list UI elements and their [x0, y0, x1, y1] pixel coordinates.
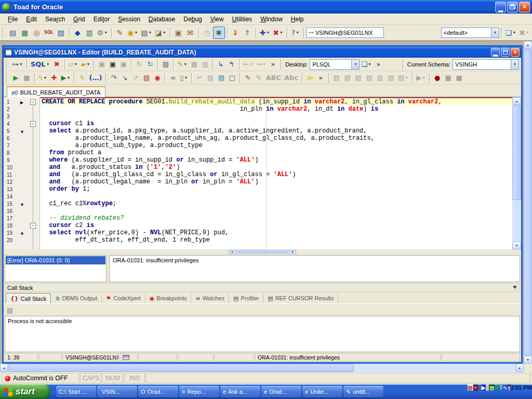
step-over-icon[interactable]: ↷	[108, 72, 119, 84]
email-icon[interactable]: ✉	[184, 26, 196, 39]
sql-recall-icon[interactable]: SQL▼	[29, 59, 51, 70]
task-button-2[interactable]: VSIN...	[97, 386, 137, 397]
dropdown-caret-icon[interactable]: ▼	[422, 76, 425, 79]
dock-tab-watches[interactable]: ∞Watches	[191, 293, 229, 303]
project-manager-icon[interactable]: ▧	[55, 26, 67, 39]
menu-editor[interactable]: Editor	[90, 15, 113, 24]
parameters-icon[interactable]: (…)	[87, 72, 103, 84]
flush-cache-icon[interactable]: ◪▼	[154, 26, 168, 39]
options-icon[interactable]: ⚙▼	[96, 26, 110, 39]
scroll-up-icon[interactable]: ▲	[512, 97, 521, 105]
desktop-save-icon[interactable]: ❏▼	[360, 59, 373, 70]
tray-remote-icon[interactable]: ▦	[468, 384, 473, 391]
help-icon[interactable]: ?▼	[289, 26, 301, 39]
menu-search[interactable]: Search	[42, 15, 69, 24]
dropdown-caret-icon[interactable]: ▼	[74, 62, 78, 66]
team-coding-icon[interactable]: ◆	[72, 26, 84, 39]
dropdown-caret-icon[interactable]: ▼	[19, 62, 23, 66]
team-undo-icon[interactable]: ▤	[342, 72, 353, 84]
stack-grid-icon[interactable]: ▦	[5, 305, 15, 315]
fold-collapse-icon[interactable]: −	[30, 223, 36, 229]
tray-display-icon[interactable]: ▦	[489, 384, 494, 391]
scroll-down-icon[interactable]: ▼	[512, 242, 521, 249]
copy-icon[interactable]: ▤	[205, 72, 216, 84]
editor-scrollbar[interactable]: ▲ ▼	[512, 97, 521, 249]
scroll-down-icon[interactable]: ▼	[524, 356, 532, 364]
dropdown-caret-icon[interactable]: ▼	[280, 31, 283, 34]
compile-debug-icon[interactable]: ✚	[49, 72, 60, 84]
cascade-windows-icon[interactable]: ❏▼	[504, 26, 518, 39]
child-close-button[interactable]: ×	[511, 48, 520, 57]
watch-icon[interactable]: ∞	[167, 72, 178, 84]
print-icon[interactable]: ▤	[160, 59, 171, 70]
sql-tracker-icon[interactable]: SQL	[43, 26, 55, 39]
dropdown-caret-icon[interactable]: ▼	[405, 76, 408, 79]
script-manager-icon[interactable]: ▣	[172, 26, 184, 39]
menu-edit[interactable]: Edit	[22, 15, 41, 24]
dropdown-caret-icon[interactable]: ▼	[249, 62, 253, 66]
menu-view[interactable]: View	[207, 15, 228, 24]
menu-grid[interactable]: Grid	[70, 15, 89, 24]
dropdown-caret-icon[interactable]: ▼	[184, 76, 188, 79]
compile-icon[interactable]: ϟ▼	[37, 72, 49, 84]
start-button[interactable]: start	[0, 384, 50, 399]
export-data-icon[interactable]: ⇑	[242, 26, 254, 39]
format-code-icon[interactable]: ✎	[242, 72, 253, 84]
dropdown-caret-icon[interactable]: ▼	[104, 31, 108, 34]
combo-dropdown-icon[interactable]: ▼	[491, 28, 499, 37]
task-button-1[interactable]: C:\Start ...	[56, 386, 96, 397]
dropdown-caret-icon[interactable]: ▼	[296, 31, 299, 34]
dropdown-caret-icon[interactable]: ▼	[87, 62, 90, 66]
task-button-6[interactable]: eOrad...	[261, 386, 301, 397]
scroll-left-icon[interactable]: ◄	[0, 364, 8, 372]
default-combo[interactable]: <default> ▼	[441, 28, 499, 38]
run-debugger-icon[interactable]: ▶▼	[60, 72, 72, 84]
child-minimize-button[interactable]: ▬	[491, 48, 500, 57]
describe-object-icon[interactable]: ▥	[200, 59, 210, 70]
combo-dropdown-icon[interactable]: ▼	[511, 60, 518, 69]
tray-language-icon[interactable]: T	[499, 384, 503, 391]
scrollbar-thumb[interactable]	[8, 364, 354, 372]
data-grid-icon[interactable]: ▦	[189, 59, 200, 70]
toolbar-grip[interactable]	[6, 59, 8, 69]
code-point-icon[interactable]	[21, 130, 23, 133]
report-manager-icon[interactable]: ▥	[84, 26, 96, 39]
desktop-combo[interactable]: PLSQL ▼	[310, 59, 360, 70]
team-compare-icon[interactable]: ▥	[375, 72, 385, 84]
doc-generator-icon[interactable]: ▤▼	[139, 26, 153, 39]
dock-tab-dbms-output[interactable]: ≋DBMS Output	[51, 293, 102, 303]
dock-tab-ref-cursor-results[interactable]: ▤REF CURSOR Results	[263, 293, 338, 303]
stop-macro-icon[interactable]: ■	[454, 72, 464, 84]
session-combo[interactable]: ⊶ VSINGH@SEG01LNX	[306, 28, 384, 38]
tune-sql-icon[interactable]: ✎▼	[176, 59, 189, 70]
reload-file-icon[interactable]: ↻	[134, 59, 144, 70]
play-macro-icon[interactable]: ▶▼	[415, 72, 427, 84]
step-into-icon[interactable]: ↘	[119, 72, 130, 84]
tray-player-icon[interactable]: ▶	[481, 384, 485, 391]
menu-session[interactable]: Session	[114, 15, 144, 24]
taskbar-clock[interactable]: 3:01 PM	[511, 384, 532, 391]
debugger-icon[interactable]: ✱	[213, 26, 225, 39]
toolbar-grip[interactable]	[2, 27, 5, 38]
mdi-vertical-scrollbar[interactable]: ▲ ▼	[524, 41, 532, 364]
pause-macro-icon[interactable]: ■	[443, 72, 454, 84]
overflow3-icon[interactable]: »	[315, 72, 326, 84]
fold-collapse-icon[interactable]: −	[30, 121, 36, 127]
save-all-icon[interactable]: ▣	[118, 59, 129, 70]
task-button-4[interactable]: ≡Repo...	[179, 386, 219, 397]
editor-window-titlebar[interactable]: VSINGH@SEG01LNX - Editor (BUILD_REBATE_A…	[4, 47, 521, 58]
object-search-icon[interactable]: ◉▼	[126, 26, 139, 39]
code-area[interactable]: CREATE OR REPLACE procedure SEG01.build_…	[40, 97, 512, 249]
dropdown-caret-icon[interactable]: ▼	[512, 31, 516, 34]
dropdown-caret-icon[interactable]: ▼	[183, 62, 187, 66]
tray-audio-icon[interactable]: ∿	[503, 384, 508, 391]
dock-tab-breakpoints[interactable]: ◉Breakpoints	[145, 293, 192, 303]
task-button-7[interactable]: eUnite...	[302, 386, 342, 397]
toolbar-grip[interactable]	[6, 73, 8, 83]
menu-debug[interactable]: Debug	[180, 15, 205, 24]
connection-plug-icon[interactable]: ⊶▼	[10, 59, 24, 70]
trash-icon[interactable]: ▯▼	[178, 72, 189, 84]
open-file-icon[interactable]: ▱▼	[67, 59, 79, 70]
fast-forward-icon[interactable]: ≫	[304, 72, 315, 84]
execute-pl-icon[interactable]: ϟ	[76, 72, 87, 84]
